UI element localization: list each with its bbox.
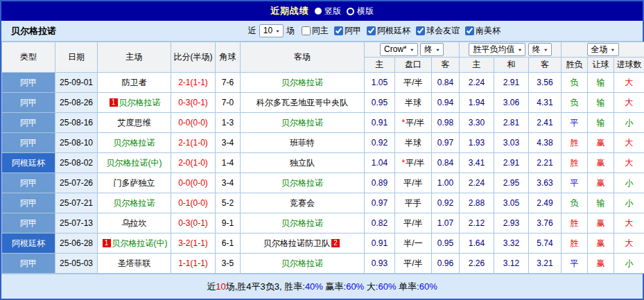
checkbox-input[interactable] bbox=[367, 26, 376, 35]
home-team: 门多萨独立 bbox=[98, 173, 171, 193]
sub-header-euro-home: 主 bbox=[460, 58, 494, 73]
match-score: 2-1(1-1) bbox=[171, 73, 216, 93]
sub-header-asian-away: 客 bbox=[432, 58, 460, 73]
filter-checkboxes: 同主阿甲阿根廷杯球会友谊南美杯 bbox=[302, 25, 501, 37]
euro-draw-odds: 2.91 bbox=[494, 153, 529, 173]
corner-score: 1-3 bbox=[216, 113, 241, 133]
corner-score: 7-0 bbox=[216, 93, 241, 113]
team-text: 艾度思维 bbox=[118, 118, 151, 127]
result-goals-total: 大 bbox=[614, 133, 644, 153]
table-header-groups: 类型 日期 主场 比分(半场) 角球 客场 Crow*▼ 终▼ 胜平负均值▼ 终… bbox=[2, 42, 644, 58]
euro-period-select[interactable]: 终▼ bbox=[528, 43, 552, 56]
checkbox-input[interactable] bbox=[465, 26, 474, 35]
summary-segment: 60% bbox=[419, 281, 437, 292]
sub-header-ft-handicap: 让球 bbox=[588, 58, 614, 73]
match-date: 25-08-02 bbox=[55, 153, 98, 173]
home-team: 1贝尔格拉诺 bbox=[98, 93, 171, 113]
match-row: 阿甲25-07-21贝尔格拉诺0-1(0-0)5-2竞赛会0.97平手0.922… bbox=[2, 193, 644, 213]
layout-option-vertical[interactable]: 竖版 bbox=[315, 6, 341, 17]
match-score: 0-0(0-0) bbox=[171, 113, 216, 133]
home-team: 圣塔菲联 bbox=[98, 254, 171, 274]
panel-title: 近期战绩 bbox=[270, 5, 309, 17]
corner-score: 6-1 bbox=[216, 233, 241, 254]
euro-home-odds: 3.41 bbox=[460, 153, 494, 173]
home-team: 贝尔格拉诺 bbox=[98, 193, 171, 213]
match-date: 25-08-26 bbox=[55, 93, 98, 113]
fulltime-select[interactable]: 全场▼ bbox=[587, 43, 619, 56]
match-count-select[interactable]: 10 ▼ bbox=[259, 24, 284, 37]
league-type: 阿甲 bbox=[2, 113, 55, 133]
asian-period-select[interactable]: 终▼ bbox=[420, 43, 444, 56]
match-row: 阿甲25-08-10贝尔格拉诺2-1(1-0)3-4班菲特0.92半球0.971… bbox=[2, 133, 644, 153]
asian-away-odds: 0.95 bbox=[432, 233, 460, 254]
result-outcome: 负 bbox=[562, 93, 588, 113]
col-header-type: 类型 bbox=[2, 42, 55, 73]
layout-option-horizontal[interactable]: 横版 bbox=[347, 6, 374, 17]
result-goals-total: 小 bbox=[614, 254, 644, 274]
euro-home-odds: 1.93 bbox=[460, 133, 494, 153]
bookmaker-select[interactable]: Crow*▼ bbox=[380, 43, 418, 56]
filter-checkbox[interactable]: 南美杯 bbox=[465, 25, 501, 37]
filter-checkbox[interactable]: 阿根廷杯 bbox=[367, 25, 410, 37]
filter-checkbox[interactable]: 球会友谊 bbox=[416, 25, 460, 37]
match-score: 2-0(1-0) bbox=[171, 153, 216, 173]
sub-header-asian-handicap: 盘口 bbox=[395, 58, 432, 73]
team-text: 贝尔格拉诺 bbox=[281, 78, 323, 87]
league-type: 阿甲 bbox=[2, 213, 55, 233]
team-text: 班菲特 bbox=[290, 138, 315, 148]
away-team: 贝尔格拉诺 bbox=[241, 73, 365, 93]
summary-segment: 单率: bbox=[396, 281, 419, 292]
result-goals-total: 大 bbox=[614, 233, 644, 254]
euro-home-odds: 2.12 bbox=[460, 213, 494, 233]
team-text: 门多萨独立 bbox=[114, 178, 155, 188]
euro-average-select[interactable]: 胜平负均值▼ bbox=[469, 43, 525, 56]
result-outcome: 胜 bbox=[562, 153, 588, 173]
match-row: 阿甲25-05-03圣塔菲联1-1(1-1)3-5贝尔格拉诺0.93平/半0.9… bbox=[2, 254, 644, 274]
summary-segment: 场,胜4平3负3, 胜率: bbox=[226, 281, 305, 292]
corner-score: 3-4 bbox=[216, 173, 241, 193]
checkbox-input[interactable] bbox=[334, 26, 343, 35]
euro-away-odds: 2.49 bbox=[529, 193, 562, 213]
euro-away-odds: 3.21 bbox=[529, 254, 562, 274]
filter-checkbox[interactable]: 阿甲 bbox=[334, 25, 361, 37]
checkbox-input[interactable] bbox=[302, 26, 311, 35]
summary-segment: 近 bbox=[207, 281, 216, 292]
team-text: 独立队 bbox=[290, 158, 315, 168]
filter-checkbox[interactable]: 同主 bbox=[302, 25, 329, 37]
asian-handicap: 平/半 bbox=[395, 173, 432, 193]
home-team: 贝尔格拉诺(中) bbox=[98, 153, 171, 173]
result-outcome: 胜 bbox=[562, 213, 588, 233]
euro-draw-odds: 3.12 bbox=[494, 254, 529, 274]
euro-home-odds: 2.24 bbox=[460, 73, 494, 93]
euro-home-odds: 2.26 bbox=[460, 254, 494, 274]
league-type: 阿根廷杯 bbox=[2, 233, 55, 254]
asian-handicap: 半/一 bbox=[395, 233, 432, 254]
checkbox-label: 南美杯 bbox=[476, 25, 501, 37]
result-outcome: 胜 bbox=[562, 233, 588, 254]
results-tbody: 阿甲25-09-01防卫者2-1(1-1)7-6贝尔格拉诺1.05平/半0.84… bbox=[2, 73, 644, 274]
euro-draw-odds: 3.06 bbox=[494, 93, 529, 113]
col-header-away: 客场 bbox=[241, 42, 365, 73]
euro-home-odds: 1.64 bbox=[460, 233, 494, 254]
result-handicap-cover: 输 bbox=[588, 73, 614, 93]
home-team: 防卫者 bbox=[98, 73, 171, 93]
asian-handicap: 平手 bbox=[395, 193, 432, 213]
match-date: 25-07-13 bbox=[55, 213, 98, 233]
recent-results-window: 近期战绩 竖版 横版 贝尔格拉诺 近 10 ▼ 场 同主阿甲阿根廷杯球会友谊南美… bbox=[0, 0, 644, 300]
match-date: 25-06-28 bbox=[55, 233, 98, 254]
home-team: 1贝尔格拉诺(中) bbox=[98, 233, 171, 254]
away-team: 竞赛会 bbox=[241, 193, 365, 213]
checkbox-label: 同主 bbox=[312, 25, 329, 37]
asian-away-odds: 1.00 bbox=[432, 173, 460, 193]
titlebar: 近期战绩 竖版 横版 bbox=[1, 1, 643, 21]
team-text: 竞赛会 bbox=[290, 198, 315, 208]
asian-home-odds: 1.05 bbox=[365, 73, 395, 93]
checkbox-label: 阿甲 bbox=[345, 25, 361, 37]
team-text: 乌拉坎 bbox=[122, 218, 147, 228]
away-team: 贝尔格拉诺防卫队2 bbox=[241, 233, 365, 254]
euro-away-odds: 4.31 bbox=[529, 93, 562, 113]
euro-away-odds: 2.41 bbox=[529, 113, 562, 133]
checkbox-input[interactable] bbox=[416, 26, 425, 35]
result-handicap-cover: 赢 bbox=[588, 254, 614, 274]
away-team: 贝尔格拉诺 bbox=[241, 113, 365, 133]
